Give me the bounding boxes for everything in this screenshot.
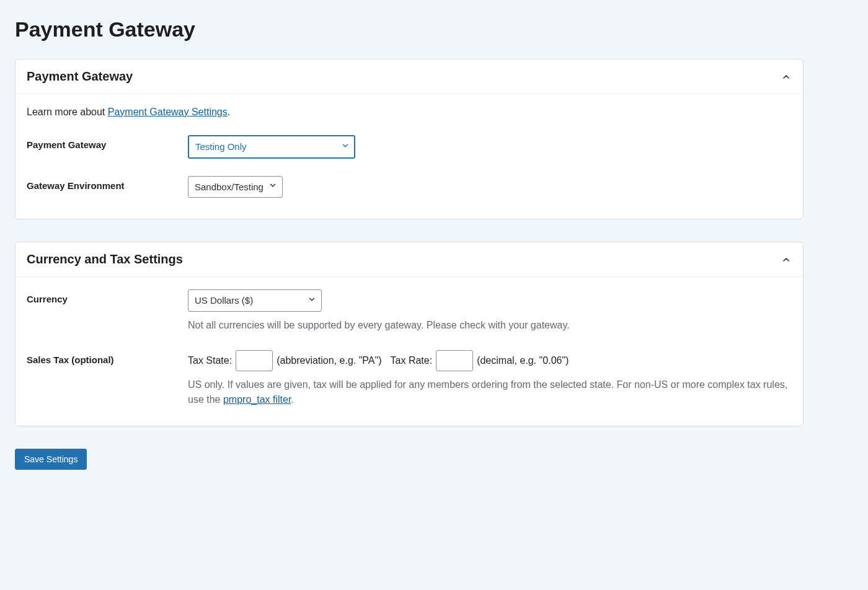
payment-gateway-settings-link[interactable]: Payment Gateway Settings <box>108 107 228 117</box>
tax-rate-input[interactable] <box>436 350 473 371</box>
currency-label: Currency <box>27 294 68 304</box>
tax-state-hint: (abbreviation, e.g. "PA") <box>277 355 381 366</box>
pmpro-tax-filter-link[interactable]: pmpro_tax filter <box>223 394 291 405</box>
currency-select[interactable]: US Dollars ($) <box>188 289 322 312</box>
payment-gateway-select[interactable]: Testing Only <box>188 135 355 159</box>
section-heading-currency: Currency and Tax Settings <box>27 252 183 266</box>
section-heading-gateway: Payment Gateway <box>27 69 133 84</box>
tax-rate-label: Tax Rate: <box>391 355 433 366</box>
section-header-gateway[interactable]: Payment Gateway <box>16 59 803 94</box>
tax-state-input[interactable] <box>236 350 273 371</box>
intro-prefix: Learn more about <box>27 107 108 117</box>
sales-tax-label: Sales Tax (optional) <box>27 354 114 365</box>
chevron-up-icon <box>781 71 792 82</box>
currency-tax-section: Currency and Tax Settings Currency US Do… <box>15 242 804 426</box>
sales-tax-hint-suffix: . <box>291 394 293 405</box>
gateway-environment-select[interactable]: Sandbox/Testing <box>188 176 283 198</box>
currency-hint: Not all currencies will be supported by … <box>188 318 792 333</box>
chevron-up-icon <box>781 254 792 265</box>
sales-tax-hint: US only. If values are given, tax will b… <box>188 377 792 407</box>
intro-suffix: . <box>228 107 230 117</box>
payment-gateway-section: Payment Gateway Learn more about Payment… <box>15 59 804 219</box>
tax-rate-hint: (decimal, e.g. "0.06") <box>477 355 569 366</box>
tax-state-label: Tax State: <box>188 355 232 366</box>
payment-gateway-label: Payment Gateway <box>27 139 106 150</box>
intro-text: Learn more about Payment Gateway Setting… <box>27 107 792 118</box>
page-title: Payment Gateway <box>15 17 804 42</box>
section-header-currency[interactable]: Currency and Tax Settings <box>16 242 803 277</box>
gateway-environment-label: Gateway Environment <box>27 180 125 191</box>
save-settings-button[interactable]: Save Settings <box>15 449 87 470</box>
